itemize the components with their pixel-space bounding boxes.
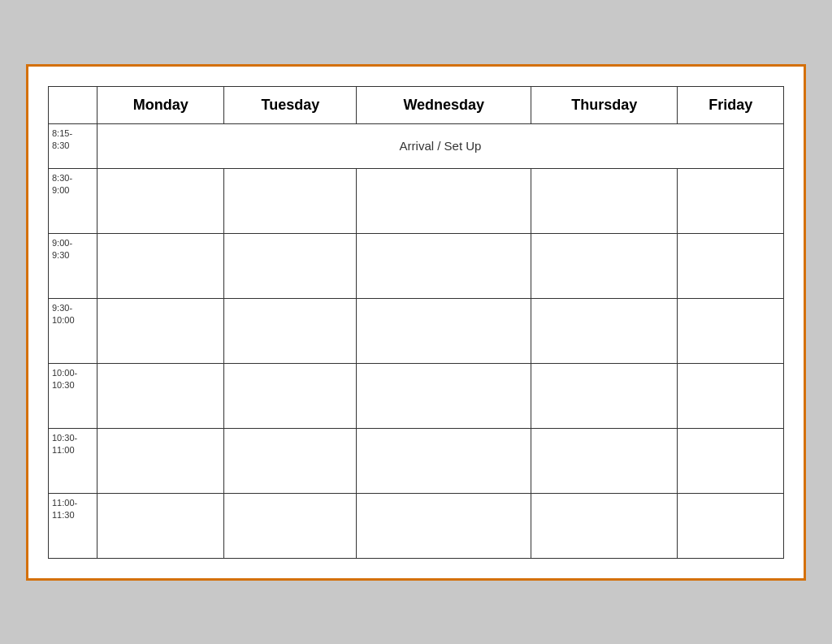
table-row: 9:30-10:00 <box>49 298 784 363</box>
header-time <box>49 86 98 123</box>
cell-wednesday-930[interactable] <box>357 298 531 363</box>
header-monday: Monday <box>98 86 224 123</box>
cell-friday-900[interactable] <box>678 233 784 298</box>
time-1030-1100: 10:30-11:00 <box>49 428 98 493</box>
schedule-table: Monday Tuesday Wednesday Thursday Friday… <box>48 86 784 559</box>
time-930-1000: 9:30-10:00 <box>49 298 98 363</box>
cell-tuesday-1000[interactable] <box>224 363 357 428</box>
cell-wednesday-900[interactable] <box>357 233 531 298</box>
cell-friday-1100[interactable] <box>678 493 784 558</box>
header-wednesday: Wednesday <box>357 86 531 123</box>
arrival-cell: Arrival / Set Up <box>98 123 784 168</box>
time-830-900: 8:30-9:00 <box>49 168 98 233</box>
time-900-930: 9:00-9:30 <box>49 233 98 298</box>
cell-wednesday-1000[interactable] <box>357 363 531 428</box>
cell-thursday-1100[interactable] <box>531 493 678 558</box>
cell-thursday-1000[interactable] <box>531 363 678 428</box>
cell-thursday-830[interactable] <box>531 168 678 233</box>
time-1000-1030: 10:00-10:30 <box>49 363 98 428</box>
cell-thursday-1030[interactable] <box>531 428 678 493</box>
page-container: Monday Tuesday Wednesday Thursday Friday… <box>26 64 806 581</box>
cell-thursday-930[interactable] <box>531 298 678 363</box>
cell-friday-830[interactable] <box>678 168 784 233</box>
cell-friday-1030[interactable] <box>678 428 784 493</box>
cell-tuesday-900[interactable] <box>224 233 357 298</box>
cell-monday-1030[interactable] <box>98 428 224 493</box>
cell-tuesday-830[interactable] <box>224 168 357 233</box>
cell-tuesday-1030[interactable] <box>224 428 357 493</box>
cell-wednesday-830[interactable] <box>357 168 531 233</box>
header-friday: Friday <box>678 86 784 123</box>
time-1100-1130: 11:00-11:30 <box>49 493 98 558</box>
header-tuesday: Tuesday <box>224 86 357 123</box>
cell-tuesday-930[interactable] <box>224 298 357 363</box>
cell-monday-830[interactable] <box>98 168 224 233</box>
cell-monday-900[interactable] <box>98 233 224 298</box>
header-thursday: Thursday <box>531 86 678 123</box>
cell-thursday-900[interactable] <box>531 233 678 298</box>
table-row: 10:00-10:30 <box>49 363 784 428</box>
cell-friday-1000[interactable] <box>678 363 784 428</box>
cell-friday-930[interactable] <box>678 298 784 363</box>
cell-monday-1100[interactable] <box>98 493 224 558</box>
cell-wednesday-1030[interactable] <box>357 428 531 493</box>
cell-wednesday-1100[interactable] <box>357 493 531 558</box>
table-row: 11:00-11:30 <box>49 493 784 558</box>
time-815-830: 8:15-8:30 <box>49 123 98 168</box>
cell-monday-930[interactable] <box>98 298 224 363</box>
table-row: 10:30-11:00 <box>49 428 784 493</box>
cell-monday-1000[interactable] <box>98 363 224 428</box>
table-row: 9:00-9:30 <box>49 233 784 298</box>
table-row: 8:30-9:00 <box>49 168 784 233</box>
cell-tuesday-1100[interactable] <box>224 493 357 558</box>
arrival-row: 8:15-8:30 Arrival / Set Up <box>49 123 784 168</box>
